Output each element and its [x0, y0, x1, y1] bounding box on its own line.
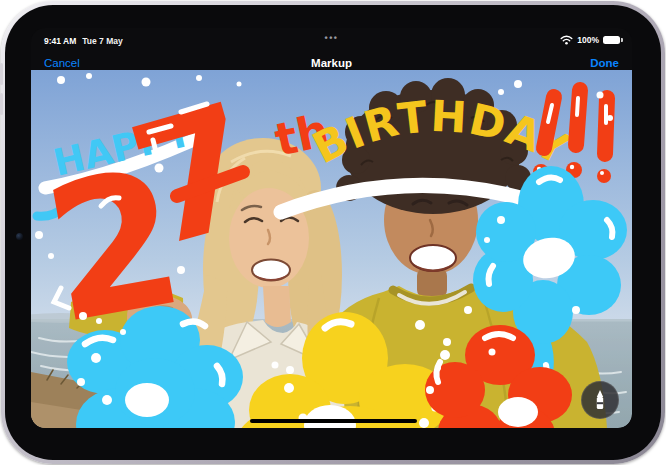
volume-down-button: [0, 93, 3, 115]
pen-tool-button[interactable]: [581, 381, 619, 419]
done-button[interactable]: Done: [590, 56, 619, 70]
volume-up-button: [0, 63, 3, 85]
home-indicator[interactable]: [250, 419, 417, 423]
page-title: Markup: [31, 56, 632, 70]
ipad-screen: 9:41 AM Tue 7 May 100% •••: [31, 28, 632, 428]
ipad-device-frame: 9:41 AM Tue 7 May 100% •••: [1, 1, 665, 464]
photo-markup-canvas[interactable]: HAPPY 2 7: [31, 70, 632, 428]
smile-right: [410, 245, 456, 272]
ipad-bezel: 9:41 AM Tue 7 May 100% •••: [5, 5, 661, 460]
screenshot: 9:41 AM Tue 7 May 100% •••: [0, 0, 666, 465]
smile-left: [252, 260, 290, 282]
front-camera-icon: [16, 233, 23, 240]
birthday-photo[interactable]: HAPPY 2 7: [31, 70, 632, 428]
overflow-menu-dots[interactable]: •••: [31, 34, 632, 43]
pen-icon: [592, 389, 608, 411]
